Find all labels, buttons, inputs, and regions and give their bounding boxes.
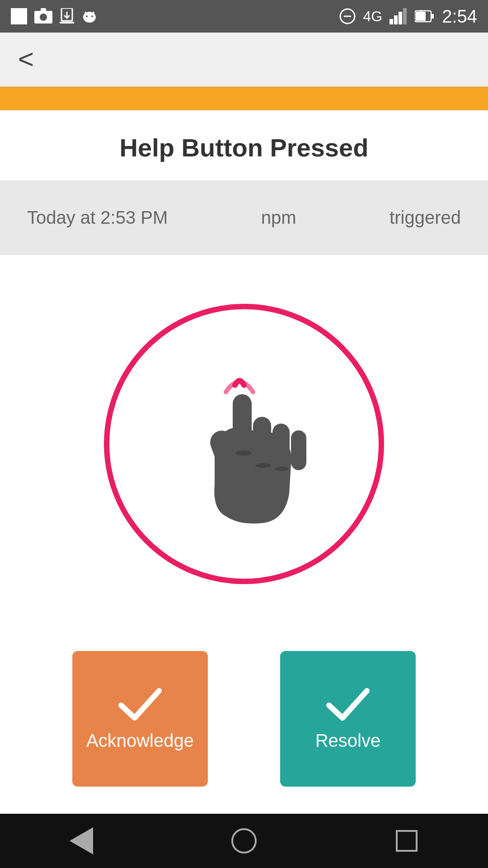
signal-bars-icon (389, 8, 408, 24)
resolve-label: Resolve (315, 731, 381, 751)
back-button[interactable]: < (18, 46, 34, 73)
resolve-button[interactable]: Resolve (280, 651, 416, 787)
action-buttons: Acknowledge Resolve (0, 633, 488, 814)
battery-icon (415, 8, 435, 24)
title-section: Help Button Pressed (0, 110, 488, 180)
svg-rect-18 (431, 14, 434, 19)
network-label: 4G (363, 8, 382, 25)
touch-icon (149, 349, 339, 539)
bottom-nav (0, 814, 488, 868)
wifi-icon (11, 8, 27, 24)
acknowledge-check-icon (117, 687, 163, 723)
nav-recent-button[interactable] (393, 827, 420, 854)
touch-icon-container (104, 304, 384, 584)
orange-banner (0, 87, 488, 110)
status-time: 2:54 (442, 6, 477, 27)
nav-home-button[interactable] (230, 827, 258, 854)
acknowledge-label: Acknowledge (86, 731, 194, 751)
info-bar: Today at 2:53 PM npm triggered (0, 180, 488, 255)
svg-rect-5 (60, 22, 74, 24)
status-bar-right: 4G 2:54 (339, 6, 477, 27)
svg-rect-15 (399, 12, 402, 24)
android-icon (81, 8, 98, 24)
status-bar-left (11, 8, 98, 24)
signal-minus-icon (339, 8, 356, 24)
svg-point-6 (83, 12, 96, 23)
download-icon (60, 8, 74, 24)
info-source: npm (261, 208, 296, 228)
svg-rect-13 (389, 19, 393, 24)
nav-back-button[interactable] (68, 827, 95, 854)
svg-rect-2 (41, 8, 46, 12)
photo-icon (34, 8, 52, 24)
info-timestamp: Today at 2:53 PM (27, 208, 168, 228)
svg-point-30 (275, 467, 288, 471)
svg-point-1 (40, 14, 47, 21)
recent-square-icon (396, 830, 418, 852)
svg-rect-26 (291, 430, 306, 470)
svg-point-28 (235, 450, 252, 456)
resolve-check-icon (325, 687, 371, 723)
acknowledge-button[interactable]: Acknowledge (72, 651, 208, 787)
page-title: Help Button Pressed (18, 133, 470, 162)
status-bar: 4G 2:54 (0, 0, 488, 33)
svg-point-29 (255, 463, 271, 468)
main-content (0, 255, 488, 633)
back-triangle-icon (70, 827, 93, 854)
svg-rect-14 (394, 15, 398, 24)
home-circle-icon (231, 828, 257, 854)
svg-rect-16 (403, 8, 407, 24)
nav-bar: < (0, 33, 488, 87)
info-status: triggered (389, 208, 461, 228)
